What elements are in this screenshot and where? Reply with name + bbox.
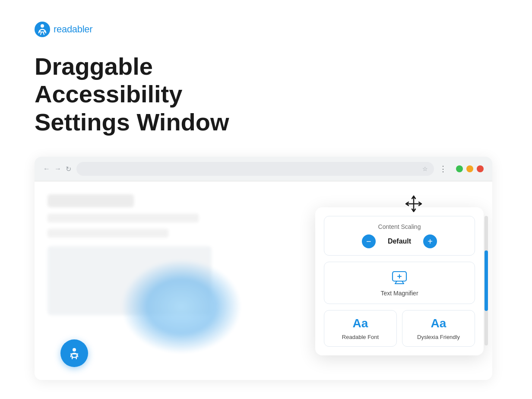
accessibility-fab-button[interactable] — [60, 339, 88, 367]
browser-content: Content Scaling − Default + — [35, 181, 492, 380]
back-button[interactable]: ← — [43, 165, 50, 173]
drag-cursor-icon — [404, 194, 423, 217]
logo-area: readabler — [35, 22, 497, 37]
svg-point-5 — [73, 348, 76, 352]
scaling-label: Content Scaling — [333, 223, 466, 230]
address-bar[interactable]: ☆ — [76, 162, 434, 176]
bookmark-icon: ☆ — [422, 165, 428, 172]
accessibility-person-icon — [67, 346, 81, 360]
panel-scrollbar[interactable] — [484, 216, 488, 345]
magnifier-label: Text Magnifier — [333, 290, 466, 297]
bg-blob — [121, 259, 242, 354]
window-close-button[interactable] — [477, 165, 484, 172]
more-menu-button[interactable]: ⋮ — [439, 164, 447, 174]
svg-point-1 — [41, 25, 44, 27]
panel-scrollbar-thumb[interactable] — [484, 250, 488, 311]
window-controls — [456, 165, 484, 172]
dyslexia-friendly-card[interactable]: Aa Dyslexia Friendly — [402, 310, 475, 347]
readable-font-icon: Aa — [353, 317, 368, 330]
scaling-controls: − Default + — [333, 234, 466, 248]
dyslexia-font-label: Dyslexia Friendly — [417, 334, 460, 340]
nav-buttons: ← → ↻ — [43, 165, 71, 173]
bg-block-3 — [48, 229, 168, 238]
dyslexia-font-icon: Aa — [431, 317, 446, 330]
accessibility-panel: Content Scaling − Default + — [315, 207, 484, 355]
page-wrapper: readabler Draggable Accessibility Settin… — [0, 0, 532, 399]
magnifier-icon-wrap — [333, 269, 466, 286]
bg-block-2 — [48, 214, 199, 222]
text-magnifier-card[interactable]: Text Magnifier — [324, 262, 475, 304]
window-maximize-button[interactable] — [456, 165, 463, 172]
window-minimize-button[interactable] — [466, 165, 473, 172]
logo-icon — [35, 22, 50, 37]
readable-font-label: Readable Font — [342, 334, 379, 340]
readable-font-card[interactable]: Aa Readable Font — [324, 310, 397, 347]
scaling-decrease-button[interactable]: − — [362, 234, 376, 248]
text-magnifier-icon — [391, 269, 408, 286]
forward-button[interactable]: → — [54, 165, 61, 173]
reload-button[interactable]: ↻ — [66, 165, 71, 173]
font-cards-row: Aa Readable Font Aa Dyslexia Friendly — [324, 310, 475, 347]
bg-block-1 — [48, 194, 134, 207]
logo-text: readabler — [54, 24, 92, 35]
scaling-value: Default — [388, 238, 411, 245]
page-title: Draggable Accessibility Settings Window — [35, 53, 302, 136]
scaling-increase-button[interactable]: + — [423, 234, 437, 248]
browser-mockup: ← → ↻ ☆ ⋮ — [35, 157, 492, 380]
content-scaling-card: Content Scaling − Default + — [324, 216, 475, 256]
browser-toolbar: ← → ↻ ☆ ⋮ — [35, 157, 492, 181]
